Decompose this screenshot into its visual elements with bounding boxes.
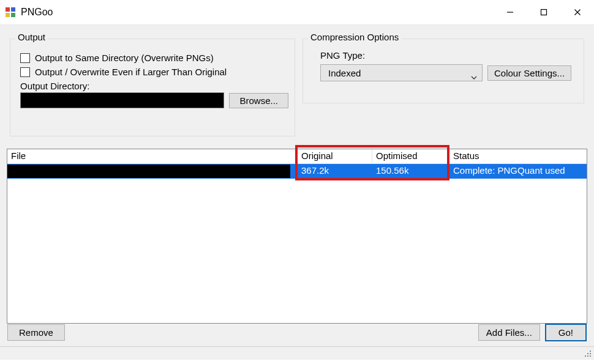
minimize-button[interactable]: [493, 0, 527, 24]
chevron-down-icon: [471, 71, 477, 75]
table-header: File Original Optimised Status: [7, 149, 587, 164]
svg-rect-3: [6, 13, 10, 17]
svg-rect-2: [11, 7, 15, 12]
svg-rect-4: [11, 13, 15, 17]
table-row[interactable]: 367.2k 150.56k Complete: PNGQuant used: [7, 164, 587, 179]
png-type-value: Indexed: [328, 68, 361, 78]
output-legend: Output: [15, 32, 48, 42]
colour-settings-button[interactable]: Colour Settings...: [487, 65, 571, 81]
titlebar: PNGoo: [0, 0, 594, 24]
file-redacted: [7, 165, 290, 178]
output-dir-input[interactable]: [20, 92, 224, 108]
compression-legend: Compression Options: [308, 32, 401, 42]
output-group: Output Output to Same Directory (Overwri…: [10, 39, 295, 136]
close-button[interactable]: [560, 0, 594, 24]
app-icon: [5, 7, 16, 18]
go-button[interactable]: Go!: [545, 324, 587, 341]
header-file[interactable]: File: [7, 149, 298, 164]
browse-button[interactable]: Browse...: [229, 93, 288, 108]
svg-rect-1: [6, 7, 10, 12]
resize-grip-icon[interactable]: [583, 349, 593, 358]
header-status[interactable]: Status: [449, 149, 587, 164]
remove-button[interactable]: Remove: [7, 324, 65, 341]
header-original[interactable]: Original: [298, 149, 372, 164]
same-dir-label: Output to Same Directory (Overwrite PNGs…: [35, 53, 214, 63]
client-area: Output Output to Same Directory (Overwri…: [0, 24, 594, 360]
maximize-button[interactable]: [527, 0, 560, 24]
png-type-label: PNG Type:: [320, 50, 577, 61]
same-dir-row: Output to Same Directory (Overwrite PNGs…: [20, 53, 288, 63]
even-if-larger-label: Output / Overwrite Even if Larger Than O…: [35, 67, 227, 77]
file-table: File Original Optimised Status 367.2k 15…: [7, 149, 587, 324]
header-optimised[interactable]: Optimised: [372, 149, 449, 164]
output-dir-label: Output Directory:: [20, 81, 288, 91]
png-type-row: Indexed Colour Settings...: [320, 64, 577, 81]
cell-file: [7, 164, 298, 179]
same-dir-checkbox[interactable]: [20, 53, 30, 63]
even-if-larger-checkbox[interactable]: [20, 67, 30, 77]
cell-optimised: 150.56k: [372, 164, 449, 179]
compression-group: Compression Options PNG Type: Indexed Co…: [303, 39, 584, 103]
output-dir-row: Browse...: [20, 92, 288, 108]
svg-rect-6: [541, 10, 546, 15]
even-if-larger-row: Output / Overwrite Even if Larger Than O…: [20, 67, 288, 77]
cell-status: Complete: PNGQuant used: [449, 164, 587, 179]
png-type-select[interactable]: Indexed: [320, 64, 483, 81]
cell-original: 367.2k: [298, 164, 372, 179]
add-files-button[interactable]: Add Files...: [478, 324, 540, 341]
window-title: PNGoo: [21, 7, 53, 18]
bottom-bar: Remove Add Files... Go!: [7, 324, 587, 341]
statusbar: [0, 346, 594, 360]
